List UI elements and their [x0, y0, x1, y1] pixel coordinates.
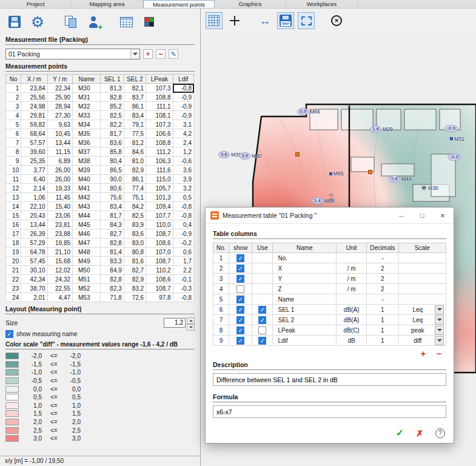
dropdown-arrow-icon[interactable]	[435, 316, 444, 325]
measurement-cell[interactable]: M49	[73, 257, 101, 266]
measurement-cell[interactable]: M38	[73, 157, 101, 166]
measurement-cell[interactable]: M35	[73, 129, 101, 138]
measurement-row[interactable]: 2338,7022,55M5282,383,2108,7-0,3	[6, 284, 194, 293]
measurement-cell[interactable]: 29,81	[21, 111, 47, 120]
cell-decimals[interactable]: 1	[367, 325, 398, 336]
measurement-cell[interactable]: 83,6	[124, 229, 146, 238]
cell-show[interactable]	[229, 284, 252, 294]
confirm-button[interactable]: ✓	[396, 428, 404, 438]
color-scale-row[interactable]: 0,5<=0,5	[5, 393, 195, 402]
measurement-cell[interactable]: -0,8	[173, 202, 193, 211]
measurement-cell[interactable]: 11	[6, 175, 21, 184]
measurement-row[interactable]: 131,0611,45M4275,675,1101,30,5	[6, 193, 194, 202]
help-button[interactable]: ?	[435, 428, 445, 438]
measurement-cell[interactable]: 16	[6, 220, 21, 229]
checkbox[interactable]	[236, 254, 244, 262]
column-row[interactable]: 2X/ m2	[213, 263, 446, 274]
measurement-cell[interactable]: 24	[6, 293, 21, 302]
measurement-cell[interactable]: 57,45	[21, 257, 47, 266]
measurement-cell[interactable]: M30	[73, 84, 101, 93]
scale-select[interactable]: Leq	[401, 316, 444, 325]
cell-use[interactable]	[252, 325, 273, 336]
measurement-cell[interactable]: 111,2	[146, 147, 173, 157]
edit-file-button[interactable]	[169, 49, 178, 59]
measurement-cell[interactable]: 72,6	[124, 293, 146, 302]
measurement-cell[interactable]: 0,4	[173, 220, 193, 229]
measurement-cell[interactable]: 80,8	[124, 248, 146, 257]
save-bmp-button[interactable]	[277, 12, 294, 29]
measurement-cell[interactable]: 2,4	[173, 138, 193, 147]
cell-decimals[interactable]: 2	[367, 284, 398, 294]
dialog-title-bar[interactable]: Measurement table "01 Packing "	[206, 208, 454, 224]
measurement-row[interactable]: 1613,4423,81M4584,383,9110,00,4	[6, 220, 194, 229]
measurement-cell[interactable]: M51	[73, 275, 101, 284]
measurement-cell[interactable]: 82,7	[101, 229, 124, 238]
column-row[interactable]: 6SEL 1dB(A)1Leq	[213, 305, 446, 315]
measurement-cell[interactable]: 75,6	[101, 193, 124, 202]
measurement-cell[interactable]: M33	[73, 111, 101, 120]
measurement-cell[interactable]: 13	[6, 193, 21, 202]
measurement-cell[interactable]: 84,2	[124, 202, 146, 211]
checkbox[interactable]	[236, 306, 244, 314]
measurement-cell[interactable]: 82,7	[124, 266, 146, 275]
measurement-cell[interactable]: 13,44	[21, 220, 47, 229]
table-button[interactable]	[117, 13, 135, 31]
measurement-cell[interactable]: 21,10	[47, 248, 72, 257]
add-measurement-button[interactable]	[84, 13, 102, 31]
measurement-cell[interactable]: 109,4	[146, 202, 173, 211]
cell-name[interactable]: No.	[273, 253, 337, 263]
map-point[interactable]: M31	[450, 136, 464, 142]
cell-name[interactable]: Name	[273, 294, 337, 305]
measurement-cell[interactable]: 110,0	[146, 220, 173, 229]
measurement-cell[interactable]: M52	[73, 284, 101, 293]
measurement-cell[interactable]: 42,34	[21, 275, 47, 284]
map-point[interactable]: -0,9	[444, 125, 458, 132]
col-header[interactable]: X / m	[21, 75, 47, 84]
measurement-cell[interactable]: 3,77	[21, 166, 47, 175]
cancel-button[interactable]	[328, 12, 345, 29]
measurement-cell[interactable]: -0,8	[173, 84, 193, 93]
cell-unit[interactable]: / m	[337, 274, 367, 284]
measurement-cell[interactable]: M41	[73, 184, 101, 193]
measurement-cell[interactable]: 15,40	[47, 202, 72, 211]
measurement-cell[interactable]: 0,6	[173, 248, 193, 257]
measurement-cell[interactable]: 21	[6, 266, 21, 275]
tab-project[interactable]: Project	[0, 0, 72, 8]
cell-name[interactable]: Z	[273, 284, 337, 294]
scale-select[interactable]: Leq	[401, 305, 444, 314]
measurement-row[interactable]: 2242,3424,32M5182,882,9108,6-0,1	[6, 275, 194, 284]
measurement-cell[interactable]: 3	[6, 102, 21, 111]
measurement-cell[interactable]: 57,29	[21, 238, 47, 248]
measurement-cell[interactable]: 106,6	[146, 129, 173, 138]
measurement-cell[interactable]: M36	[73, 138, 101, 147]
measurement-cell[interactable]: 2	[6, 93, 21, 102]
cell-decimals[interactable]: -	[367, 294, 398, 305]
cell-unit[interactable]	[337, 294, 367, 305]
measurement-cell[interactable]: 83,4	[124, 111, 146, 120]
cell-no[interactable]: 4	[213, 284, 229, 294]
dropdown-arrow-icon[interactable]	[435, 305, 444, 314]
measurement-cell[interactable]: 20,43	[21, 211, 47, 220]
crosshair-button[interactable]	[226, 12, 243, 29]
color-scale-row[interactable]: 3,0<=3,0	[5, 434, 195, 443]
cell-use[interactable]	[252, 294, 273, 305]
measurement-cell[interactable]: 22	[6, 275, 21, 284]
cell-no[interactable]: 6	[213, 305, 229, 315]
measurement-cell[interactable]: 97,8	[146, 293, 173, 302]
cell-show[interactable]	[229, 325, 252, 336]
measurement-cell[interactable]: M39	[73, 166, 101, 175]
col-header[interactable]: SEL 2	[124, 75, 146, 84]
checkbox[interactable]	[236, 326, 244, 334]
cell-name[interactable]: Ldif	[273, 336, 337, 346]
cell-use[interactable]	[252, 284, 273, 294]
size-input[interactable]	[164, 318, 186, 328]
measurement-cell[interactable]: -0,9	[173, 229, 193, 238]
col-header[interactable]: Ldif	[173, 75, 193, 84]
map-point[interactable]: M65	[329, 171, 344, 177]
measurement-cell[interactable]: 110,2	[146, 266, 173, 275]
map-point[interactable]: 0,9M66	[297, 108, 320, 115]
measurement-cell[interactable]: 2,01	[21, 293, 47, 302]
cell-scale[interactable]	[398, 294, 446, 305]
measurement-cell[interactable]: 3,2	[173, 184, 193, 193]
measurement-cell[interactable]: 82,8	[101, 93, 124, 102]
